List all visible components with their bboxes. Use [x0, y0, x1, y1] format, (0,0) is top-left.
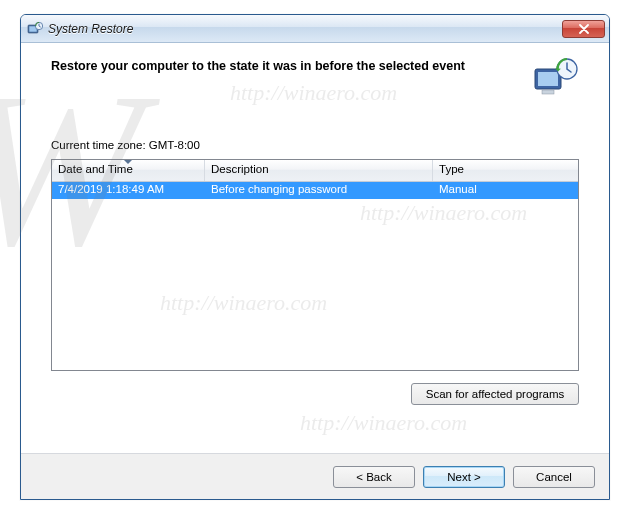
back-button[interactable]: < Back [333, 466, 415, 488]
svg-rect-4 [538, 72, 558, 86]
timezone-label: Current time zone: GMT-8:00 [51, 139, 579, 151]
close-button[interactable] [562, 20, 605, 38]
cell-type: Manual [433, 182, 578, 199]
system-restore-icon [533, 57, 579, 97]
svg-rect-5 [542, 90, 554, 94]
cell-date: 7/4/2019 1:18:49 AM [52, 182, 205, 199]
system-restore-window: System Restore Restore your computer to … [20, 14, 610, 500]
column-header-date-label: Date and Time [58, 163, 133, 175]
content-area: Restore your computer to the state it wa… [21, 43, 609, 453]
window-title: System Restore [48, 22, 562, 36]
close-icon [578, 24, 590, 34]
cell-description: Before changing password [205, 182, 433, 199]
next-button[interactable]: Next > [423, 466, 505, 488]
wizard-footer: < Back Next > Cancel [21, 453, 609, 499]
scan-affected-programs-button[interactable]: Scan for affected programs [411, 383, 579, 405]
page-heading: Restore your computer to the state it wa… [51, 57, 523, 73]
cancel-button[interactable]: Cancel [513, 466, 595, 488]
restore-points-table: Date and Time Description Type 7/4/2019 … [51, 159, 579, 371]
sort-desc-icon [124, 160, 132, 164]
titlebar: System Restore [21, 15, 609, 43]
column-header-date[interactable]: Date and Time [52, 160, 205, 181]
column-header-description[interactable]: Description [205, 160, 433, 181]
column-header-type-label: Type [439, 163, 464, 175]
column-header-description-label: Description [211, 163, 269, 175]
system-restore-app-icon [27, 21, 43, 37]
column-header-type[interactable]: Type [433, 160, 578, 181]
table-row[interactable]: 7/4/2019 1:18:49 AM Before changing pass… [52, 182, 578, 199]
